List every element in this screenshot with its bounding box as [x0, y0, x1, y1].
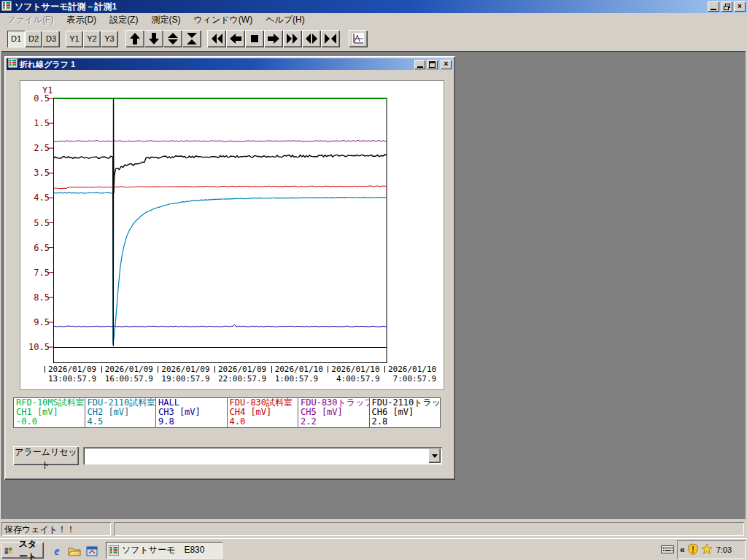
compress-vertical-button[interactable]	[182, 30, 201, 47]
y-tick-label: 7.5	[22, 268, 50, 278]
x-tick-mark	[384, 366, 385, 373]
channel-cell: FDU-830トラップCH5 [mV]2.2	[298, 398, 369, 427]
minimize-icon	[417, 66, 423, 68]
close-icon: ×	[444, 61, 449, 68]
graph-close-button[interactable]: ×	[441, 60, 452, 69]
start-button[interactable]: スタート	[1, 542, 44, 559]
combobox-dropdown-button[interactable]	[428, 448, 441, 463]
channel-value: 4.0	[230, 417, 296, 427]
graph-window: 折れ線グラフ 1 × Y1 0.5 1.5 2.5 3.5 4.5 5.5 6.…	[4, 56, 455, 480]
status-panel	[114, 522, 744, 536]
security-shield-icon[interactable]	[687, 543, 699, 557]
line-chart	[20, 81, 444, 389]
x-tick-label: 2026/01/10 7:00:57.9	[384, 365, 444, 384]
y1-button[interactable]: Y1	[66, 31, 83, 47]
pan-left-button[interactable]	[226, 30, 245, 47]
channel-cell: HALLCH3 [mV]9.8	[155, 398, 227, 427]
alarm-reset-button[interactable]: アラームリセット	[13, 446, 79, 465]
x-tick-label: 2026/01/0913:00:57.9	[44, 365, 104, 384]
alarm-combobox[interactable]	[83, 447, 442, 464]
app-icon	[109, 545, 119, 556]
y-tick-label: 8.5	[22, 292, 50, 303]
maximize-icon	[429, 61, 436, 68]
graph-display-button[interactable]	[349, 30, 368, 47]
pan-right-button[interactable]	[264, 30, 283, 47]
star-icon[interactable]	[701, 543, 713, 557]
channel-legend: RFD-10MS試料室CH1 [mV]-0.0 FDU-2110試料室CH2 […	[13, 397, 441, 428]
x-tick-label: 2026/01/0922:00:57.9	[214, 365, 274, 384]
channel-value: 4.5	[88, 417, 154, 427]
pan-down-button[interactable]	[144, 30, 163, 47]
minimize-button[interactable]	[708, 1, 719, 12]
d3-button[interactable]: D3	[42, 31, 60, 47]
channel-cell: FDU-2110トラップCH6 [mV]2.8	[369, 398, 441, 427]
rewind-button[interactable]	[207, 30, 226, 47]
taskbar-task-button[interactable]: ソフトサーモ E830	[106, 542, 222, 559]
x-tick-label: 2026/01/101:00:57.9	[271, 365, 331, 384]
fast-forward-button[interactable]	[283, 30, 302, 47]
arrow-right-icon	[267, 32, 280, 45]
channel-value: 9.8	[158, 417, 225, 427]
stop-button[interactable]	[245, 30, 264, 47]
menu-bar: ファイル(F) 表示(D) 設定(Z) 測定(S) ウィンドウ(W) ヘルプ(H…	[0, 13, 747, 26]
windows-logo-icon	[4, 545, 12, 556]
rewind-icon	[210, 32, 223, 45]
y2-button[interactable]: Y2	[83, 31, 101, 47]
close-button[interactable]: ×	[734, 1, 746, 12]
restore-button[interactable]	[721, 1, 732, 12]
graph-window-titlebar: 折れ線グラフ 1 ×	[7, 58, 453, 70]
expand-horizontal-button[interactable]	[302, 30, 321, 47]
graph-maximize-button[interactable]	[427, 60, 438, 69]
x-tick-mark	[214, 366, 215, 373]
arrow-up-icon	[128, 32, 142, 45]
expand-vertical-icon	[166, 32, 179, 45]
tray-chevron-button[interactable]: «	[680, 545, 685, 555]
d1-button[interactable]: D1	[7, 31, 25, 47]
expand-vertical-button[interactable]	[163, 30, 182, 47]
channel-value: -0.0	[16, 417, 82, 427]
y-tick-label: 10.5	[22, 342, 50, 352]
menu-help[interactable]: ヘルプ(H)	[259, 13, 311, 27]
keyboard-icon[interactable]	[661, 545, 674, 556]
menu-window[interactable]: ウィンドウ(W)	[187, 13, 259, 27]
compress-horizontal-icon	[324, 32, 337, 45]
channel-cell: RFD-10MS試料室CH1 [mV]-0.0	[14, 398, 85, 427]
graph-window-icon	[8, 58, 18, 70]
taskbar: スタート e ソフトサーモ E830 « 7:03	[0, 538, 747, 560]
internet-explorer-icon[interactable]: e	[50, 544, 64, 559]
y-tick-label: 0.5	[22, 93, 50, 104]
taskbar-clock[interactable]: 7:03	[716, 545, 732, 554]
x-tick-label: 2026/01/10 4:00:57.9	[328, 365, 387, 384]
graph-minimize-button[interactable]	[414, 60, 425, 69]
app-icon	[1, 1, 12, 13]
channel-cell: FDU-2110試料室CH2 [mV]4.5	[85, 398, 156, 427]
menu-settings[interactable]: 設定(Z)	[103, 13, 144, 27]
y-tick-label: 9.5	[22, 317, 50, 327]
x-tick-mark	[158, 366, 158, 373]
folder-icon[interactable]	[67, 544, 82, 559]
main-window-title: ソフトサーモ計測－計測1	[15, 1, 706, 13]
y-tick-label: 4.5	[22, 192, 50, 203]
channel-value: 2.2	[301, 417, 367, 427]
close-icon: ×	[738, 3, 742, 10]
y3-button[interactable]: Y3	[101, 31, 118, 47]
menu-measure[interactable]: 測定(S)	[144, 13, 187, 27]
desktop: ソフトサーモ計測－計測1 × ファイル(F) 表示(D) 設定(Z) 測定(S)…	[0, 0, 747, 560]
x-tick-mark	[271, 366, 272, 373]
menu-view[interactable]: 表示(D)	[60, 13, 103, 27]
window-icon[interactable]	[85, 544, 99, 559]
d2-button[interactable]: D2	[25, 31, 42, 47]
compress-horizontal-button[interactable]	[321, 30, 340, 47]
x-tick-mark	[44, 366, 45, 373]
menu-file[interactable]: ファイル(F)	[0, 13, 60, 27]
status-bar: 保存ウェイト！！	[0, 519, 747, 538]
line-chart-icon	[352, 32, 365, 45]
pan-up-button[interactable]	[125, 30, 144, 47]
y-tick-label: 3.5	[22, 168, 50, 178]
expand-horizontal-icon	[305, 32, 318, 45]
minimize-icon	[711, 9, 716, 10]
status-message: 保存ウェイト！！	[1, 522, 111, 536]
stop-icon	[248, 32, 261, 45]
chevron-down-icon	[432, 454, 438, 458]
chart-panel: Y1 0.5 1.5 2.5 3.5 4.5 5.5 6.5 7.5 8.5 9…	[20, 80, 444, 390]
